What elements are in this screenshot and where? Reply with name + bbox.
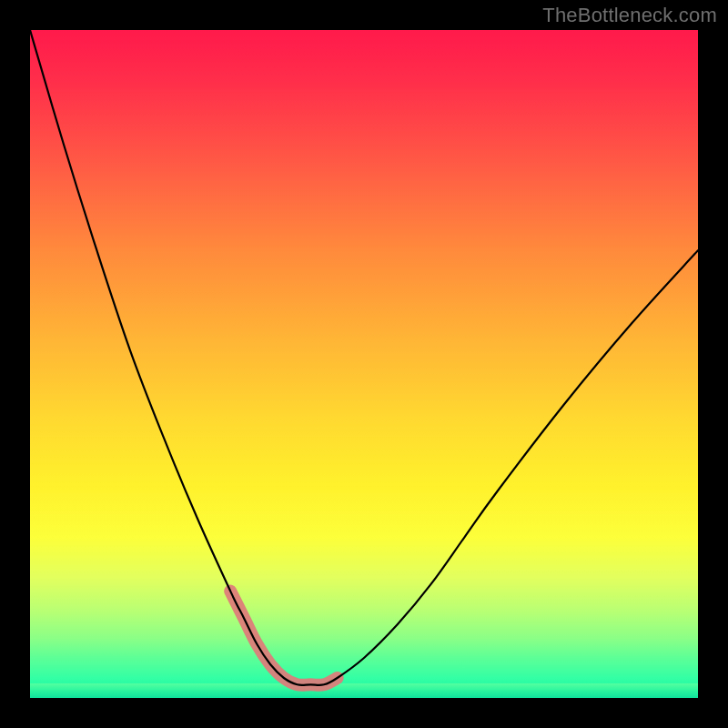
bottleneck-curve xyxy=(30,30,698,685)
chart-svg xyxy=(30,30,698,698)
watermark-text: TheBottleneck.com xyxy=(542,4,717,27)
optimal-range-highlight xyxy=(230,592,337,685)
plot-area xyxy=(30,30,698,698)
chart-frame: TheBottleneck.com xyxy=(0,0,728,728)
